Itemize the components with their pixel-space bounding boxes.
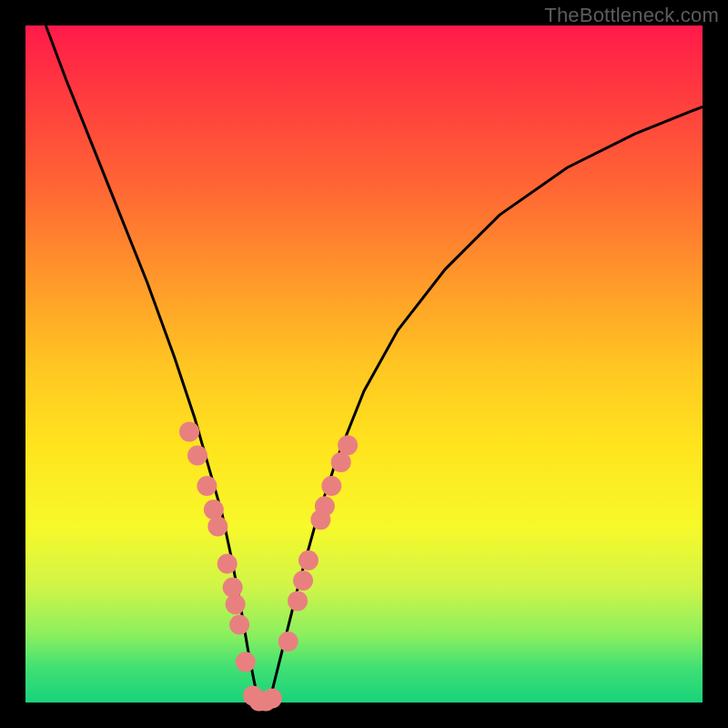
data-marker <box>338 435 358 455</box>
data-marker <box>187 445 207 465</box>
data-marker <box>229 614 249 634</box>
data-marker <box>207 517 228 537</box>
data-marker <box>226 594 246 614</box>
data-marker <box>293 571 313 591</box>
data-marker <box>223 578 243 598</box>
data-marker <box>262 689 282 709</box>
data-marker <box>321 476 341 496</box>
data-marker <box>278 632 298 652</box>
data-marker <box>217 553 238 573</box>
marker-group <box>179 421 358 711</box>
data-marker <box>236 652 256 672</box>
plot-area <box>25 25 703 703</box>
chart-frame: TheBottleneck.com <box>0 0 728 728</box>
data-marker <box>315 496 335 516</box>
data-marker <box>179 421 199 441</box>
data-marker <box>204 500 224 520</box>
curve-line <box>46 25 703 703</box>
data-marker <box>288 591 308 611</box>
chart-svg <box>25 25 703 703</box>
data-marker <box>197 476 217 496</box>
watermark-text: TheBottleneck.com <box>544 4 719 27</box>
data-marker <box>298 551 318 571</box>
